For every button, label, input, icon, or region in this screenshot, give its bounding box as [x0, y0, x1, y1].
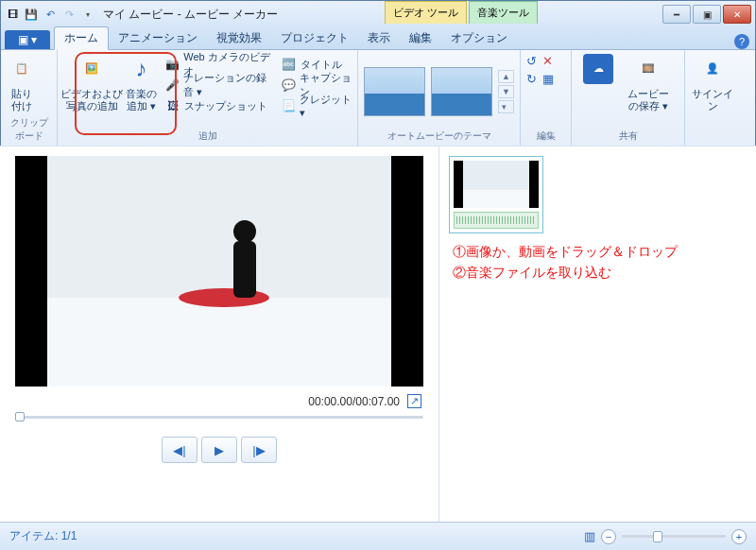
context-tab-video-tools[interactable]: ビデオ ツール: [385, 1, 467, 24]
timeline-clip[interactable]: [449, 156, 543, 233]
maximize-button[interactable]: ▣: [693, 5, 721, 24]
context-tab-audio-tools[interactable]: 音楽ツール: [469, 1, 538, 24]
status-bar: アイテム: 1/1 ▥ − +: [0, 522, 756, 550]
video-frame-image: [47, 156, 391, 387]
seek-bar[interactable]: [15, 412, 423, 421]
credits-icon: 📃: [282, 98, 296, 113]
tab-options[interactable]: オプション: [441, 27, 517, 49]
paste-button[interactable]: 📋 貼り 付け: [7, 54, 37, 112]
add-small-buttons-2: 🔤タイトル 💬キャプション 📃クレジット ▾: [282, 54, 352, 116]
narration-button[interactable]: 🎤ナレーションの録音 ▾: [165, 75, 270, 95]
caption-icon: 💬: [282, 77, 296, 93]
tab-project[interactable]: プロジェクト: [271, 27, 358, 49]
app-icon: 🎞: [5, 7, 20, 22]
group-label: 編集: [526, 129, 565, 144]
tab-edit[interactable]: 編集: [400, 27, 441, 49]
window-buttons: ━ ▣ ✕: [661, 5, 751, 24]
context-tools: ビデオ ツール 音楽ツール: [385, 1, 538, 24]
clip-audio-track: [454, 212, 539, 229]
video-preview[interactable]: [15, 156, 423, 387]
rotate-left-icon[interactable]: ↺: [526, 54, 537, 68]
clip-thumb: [454, 161, 539, 208]
paste-icon: 📋: [7, 54, 37, 84]
group-label: クリップボード: [7, 115, 51, 144]
fullscreen-icon[interactable]: ↗: [407, 394, 421, 408]
work-area: 00:00.00/00:07.00 ↗ ◀| ▶ |▶ ①画像か、動画をドラッグ…: [0, 146, 756, 522]
credits-button[interactable]: 📃クレジット ▾: [282, 95, 352, 116]
quick-access-toolbar: 🎞 💾 ↶ ↷ ▾: [5, 7, 95, 22]
gallery-more-icon[interactable]: ▾: [498, 100, 514, 113]
group-automovie: ▲ ▼ ▾ オートムービーのテーマ: [358, 50, 521, 146]
title-bar: 🎞 💾 ↶ ↷ ▾ マイ ムービー - ムービー メーカー ビデオ ツール 音楽…: [1, 1, 755, 27]
title-icon: 🔤: [282, 57, 297, 72]
theme-thumb-1[interactable]: [364, 67, 425, 116]
qat-dropdown-icon[interactable]: ▾: [80, 7, 95, 22]
signin-button[interactable]: 👤 サインイン: [691, 54, 734, 112]
tab-animation[interactable]: アニメーション: [109, 27, 207, 49]
zoom-out-button[interactable]: −: [601, 529, 616, 544]
group-clipboard: 📋 貼り 付け クリップボード: [1, 50, 58, 146]
cloud-icon: ☁: [583, 54, 613, 84]
preview-pane: 00:00.00/00:07.00 ↗ ◀| ▶ |▶: [0, 146, 439, 522]
svg-rect-3: [233, 241, 256, 298]
rotate-right-icon[interactable]: ↻: [526, 72, 537, 86]
seek-knob[interactable]: [15, 412, 25, 421]
window-title: マイ ムービー - ムービー メーカー: [103, 7, 278, 23]
close-button[interactable]: ✕: [723, 5, 751, 24]
view-mode-icon[interactable]: ▥: [584, 529, 595, 543]
film-icon: 🎞️: [633, 54, 663, 84]
play-button[interactable]: ▶: [201, 437, 237, 463]
file-menu-button[interactable]: ▣ ▾: [5, 30, 50, 49]
svg-point-4: [233, 220, 256, 243]
tab-home[interactable]: ホーム: [54, 26, 109, 50]
ribbon: 📋 貼り 付け クリップボード 🖼️ ビデオおよび 写真の追加 ♪ 音楽の 追加…: [1, 50, 755, 146]
group-label: [691, 142, 734, 144]
user-icon: 👤: [697, 54, 728, 84]
ribbon-tab-bar: ▣ ▾ ホーム アニメーション 視覚効果 プロジェクト 表示 編集 オプション …: [1, 27, 755, 50]
timeline-pane[interactable]: ①画像か、動画をドラッグ＆ドロップ ②音楽ファイルを取り込む: [439, 146, 756, 522]
add-small-buttons-1: 📷Web カメラのビデオ 🎤ナレーションの録音 ▾ 🖼スナップショット: [165, 54, 270, 116]
zoom-controls: ▥ − +: [584, 529, 747, 544]
minimize-button[interactable]: ━: [662, 5, 691, 24]
group-share: ☁ 🎞️ ムービー の保存 ▾ 共有: [572, 50, 685, 146]
svg-rect-1: [49, 298, 389, 387]
save-icon[interactable]: 💾: [24, 7, 39, 22]
zoom-in-button[interactable]: +: [731, 529, 747, 544]
zoom-slider[interactable]: [622, 535, 726, 538]
item-count: アイテム: 1/1: [9, 528, 77, 544]
prev-frame-button[interactable]: ◀|: [162, 437, 198, 463]
theme-thumb-2[interactable]: [431, 67, 492, 116]
tab-view[interactable]: 表示: [358, 27, 400, 49]
tab-visual-effects[interactable]: 視覚効果: [207, 27, 271, 49]
timecode-display: 00:00.00/00:07.00 ↗: [308, 394, 421, 408]
group-label: 共有: [577, 129, 679, 144]
snapshot-button[interactable]: 🖼スナップショット: [165, 95, 270, 116]
group-signin: 👤 サインイン: [685, 50, 740, 146]
undo-icon[interactable]: ↶: [43, 7, 58, 22]
group-edit: ↺ ✕ ↻ ▦ 編集: [521, 50, 572, 146]
save-movie-button[interactable]: 🎞️ ムービー の保存 ▾: [625, 54, 672, 112]
onedrive-button[interactable]: ☁: [577, 54, 619, 88]
next-frame-button[interactable]: |▶: [241, 437, 277, 463]
help-button[interactable]: ?: [734, 34, 749, 49]
tutorial-highlight: [75, 52, 177, 135]
scroll-down-icon[interactable]: ▼: [498, 85, 514, 98]
tutorial-notes: ①画像か、動画をドラッグ＆ドロップ ②音楽ファイルを取り込む: [453, 241, 678, 284]
playback-controls: ◀| ▶ |▶: [162, 437, 277, 463]
redo-icon[interactable]: ↷: [61, 7, 77, 22]
group-label: オートムービーのテーマ: [364, 129, 514, 144]
delete-icon[interactable]: ✕: [542, 54, 553, 68]
select-all-icon[interactable]: ▦: [542, 72, 554, 86]
scroll-up-icon[interactable]: ▲: [498, 70, 514, 83]
